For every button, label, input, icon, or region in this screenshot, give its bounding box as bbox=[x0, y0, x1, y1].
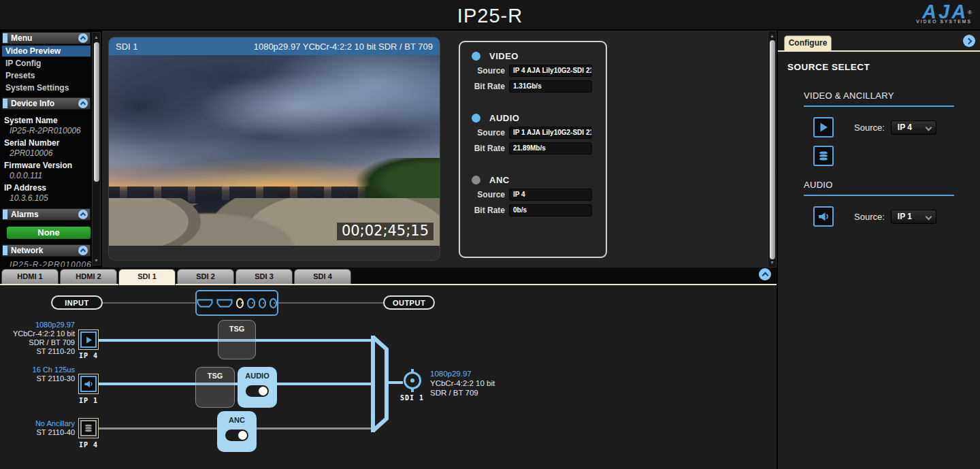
sidebar-scrollbar[interactable]: ▲ ▼ bbox=[92, 32, 101, 265]
chevron-up-icon[interactable] bbox=[759, 268, 771, 280]
output-pill: OUTPUT bbox=[383, 295, 435, 310]
audio-input-node[interactable] bbox=[78, 374, 99, 394]
sdi-output-port-label: SDI 1 bbox=[400, 394, 424, 402]
connector-select-box bbox=[195, 290, 278, 316]
preview-footer bbox=[109, 246, 440, 260]
hdmi-icon[interactable] bbox=[216, 299, 233, 308]
scroll-up-arrow[interactable]: ▲ bbox=[93, 33, 100, 41]
video-led bbox=[472, 52, 480, 61]
anc-bitrate-label: Bit Rate bbox=[460, 206, 505, 215]
system-name-value: IP25-R-2PR010006 bbox=[10, 126, 102, 135]
video-standard-line: ST 2110-20 bbox=[11, 347, 75, 356]
audio-status-group: AUDIO SourceIP 1 AJA Lily10G2-SDI 211 Bi… bbox=[460, 113, 606, 155]
bnc-icon-output bbox=[401, 369, 424, 392]
output-sampling-line: YCbCr-4:2:2 10 bit bbox=[430, 378, 495, 388]
tab-sdi-3[interactable]: SDI 3 bbox=[235, 269, 293, 284]
scrollbar-thumb[interactable] bbox=[94, 42, 99, 182]
anc-process-block: ANC bbox=[217, 411, 257, 452]
play-icon bbox=[80, 331, 97, 348]
audio-standard-line: ST 2110-30 bbox=[11, 374, 75, 383]
scroll-down-arrow[interactable]: ▼ bbox=[768, 259, 776, 266]
alarm-status-badge: None bbox=[7, 227, 91, 239]
system-name-label: System Name bbox=[4, 116, 102, 125]
io-tab-bar: HDMI 1 HDMI 2 SDI 1 SDI 2 SDI 3 SDI 4 bbox=[0, 268, 777, 285]
hdmi-icon[interactable] bbox=[197, 299, 213, 308]
sidebar-item-video-preview[interactable]: Video Preview bbox=[2, 46, 91, 56]
section-rule bbox=[804, 195, 954, 196]
video-source-label: Source bbox=[460, 66, 505, 76]
section-accent-chip bbox=[3, 99, 7, 108]
firmware-version-value: 0.0.0.111 bbox=[10, 171, 102, 180]
speaker-icon bbox=[80, 376, 97, 392]
anc-block-label: ANC bbox=[217, 416, 257, 424]
tab-configure[interactable]: Configure bbox=[784, 35, 832, 50]
chevron-up-icon[interactable] bbox=[78, 99, 88, 108]
tab-sdi-1[interactable]: SDI 1 bbox=[118, 269, 176, 285]
sidebar-item-presets[interactable]: Presets bbox=[2, 70, 91, 81]
anc-input-node[interactable] bbox=[78, 418, 99, 438]
speaker-icon[interactable] bbox=[813, 206, 834, 227]
audio-source-value: IP 1 AJA Lily10G2-SDI 211 bbox=[509, 127, 592, 139]
ip-address-value: 10.3.6.105 bbox=[10, 193, 102, 203]
sidebar-section-alarms[interactable]: Alarms bbox=[2, 208, 91, 221]
chevron-up-icon[interactable] bbox=[78, 246, 88, 255]
anc-led bbox=[472, 176, 480, 184]
tsg-audio-block[interactable]: TSG bbox=[195, 367, 235, 408]
chevron-up-icon[interactable] bbox=[78, 33, 88, 43]
chevron-up-icon[interactable] bbox=[78, 210, 88, 219]
bnc-icon-sdi2[interactable] bbox=[247, 298, 255, 308]
stacked-discs-icon[interactable] bbox=[813, 146, 834, 166]
scroll-down-arrow[interactable]: ▼ bbox=[93, 257, 100, 264]
main-scrollbar[interactable]: ▲ ▼ bbox=[768, 31, 777, 268]
video-status-group: VIDEO SourceIP 4 AJA Lily10G2-SDI 211 Bi… bbox=[460, 51, 606, 93]
sidebar-section-network[interactable]: Network bbox=[2, 244, 91, 257]
play-icon[interactable] bbox=[813, 117, 834, 138]
audio-group-label: AUDIO bbox=[489, 113, 519, 123]
audio-source-label: Source bbox=[460, 128, 505, 138]
audio-enable-toggle[interactable] bbox=[246, 385, 269, 397]
audio-input-info: 16 Ch 125us ST 2110-30 bbox=[11, 366, 75, 383]
video-preview-panel: SDI 1 1080p29.97 YCbCr-4:2:2 10 bit SDR … bbox=[109, 37, 440, 260]
sidebar-section-menu[interactable]: Menu bbox=[2, 32, 91, 44]
tab-sdi-4[interactable]: SDI 4 bbox=[294, 269, 351, 284]
network-clipped-text: IP25-R-2PR010006 bbox=[10, 261, 102, 267]
sidebar-item-system-settings[interactable]: System Settings bbox=[2, 82, 91, 93]
sidebar-section-device-info[interactable]: Device Info bbox=[2, 97, 91, 110]
audio-block-label: AUDIO bbox=[238, 372, 277, 380]
audio-signal-wire bbox=[99, 383, 374, 385]
anc-status-group: ANC SourceIP 4 Bit Rate0b/s bbox=[460, 175, 606, 216]
video-port-label: IP 4 bbox=[76, 352, 101, 359]
chevron-right-icon[interactable] bbox=[963, 35, 975, 47]
scroll-up-arrow[interactable]: ▲ bbox=[768, 32, 776, 39]
tab-hdmi-1[interactable]: HDMI 1 bbox=[1, 269, 59, 284]
video-input-info: 1080p29.97 YCbCr-4:2:2 10 bit SDR / BT 7… bbox=[11, 321, 75, 356]
serial-number-label: Serial Number bbox=[4, 138, 102, 148]
signal-combiner-funnel bbox=[371, 336, 389, 432]
audio-process-block: AUDIO bbox=[238, 367, 277, 408]
bnc-icon-sdi3[interactable] bbox=[259, 298, 266, 308]
tab-hdmi-2[interactable]: HDMI 2 bbox=[60, 269, 117, 284]
sidebar-item-ip-config[interactable]: IP Config bbox=[2, 58, 91, 69]
anc-source-label: Source bbox=[460, 190, 505, 199]
audio-source-dropdown[interactable]: IP 1 bbox=[891, 210, 936, 224]
tsg-video-block[interactable]: TSG bbox=[218, 320, 256, 359]
audio-source-dropdown-label: Source: bbox=[854, 212, 885, 222]
video-preview-image: 00;02;45;15 bbox=[109, 55, 440, 246]
menu-section-title: Menu bbox=[11, 33, 78, 43]
video-input-node[interactable] bbox=[78, 329, 99, 350]
audio-source-row: Source: IP 1 bbox=[813, 206, 980, 227]
bnc-icon-sdi1-selected[interactable] bbox=[236, 298, 244, 308]
tab-bar-rule bbox=[0, 284, 777, 285]
tab-sdi-2[interactable]: SDI 2 bbox=[177, 269, 234, 284]
registered-mark: ® bbox=[968, 10, 972, 16]
aja-logo: AJA® VIDEO SYSTEMS bbox=[916, 2, 972, 24]
anc-format-line: No Ancillary bbox=[11, 419, 75, 428]
bnc-icon-sdi4[interactable] bbox=[270, 298, 277, 308]
section-accent-chip bbox=[3, 210, 7, 219]
sidebar: Menu Video Preview IP Config Presets Sys… bbox=[0, 31, 102, 268]
preview-header: SDI 1 1080p29.97 YCbCr-4:2:2 10 bit SDR … bbox=[109, 37, 440, 55]
scrollbar-thumb[interactable] bbox=[770, 40, 775, 259]
video-source-dropdown[interactable]: IP 4 bbox=[891, 120, 936, 135]
serial-number-value: 2PR010006 bbox=[10, 148, 102, 158]
anc-enable-toggle[interactable] bbox=[225, 430, 248, 441]
